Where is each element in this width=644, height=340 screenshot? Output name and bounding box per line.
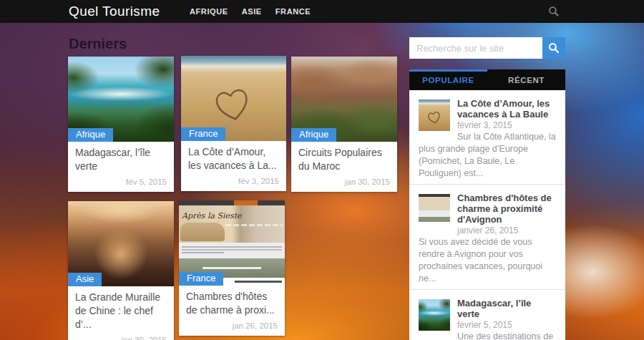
guesthouse-website-thumb[interactable] xyxy=(419,194,450,225)
article-card[interactable]: Asie La Grande Muraille de Chine : le ch… xyxy=(68,201,174,340)
article-card[interactable]: Afrique Madagascar, l’île verte fév 5, 2… xyxy=(68,57,174,192)
madagascar-coast-photo: Afrique xyxy=(68,57,174,142)
card-date: jan 30, 2015 xyxy=(75,336,167,340)
sand-heart-drawing xyxy=(423,107,445,126)
section-heading: Derniers xyxy=(69,36,127,52)
category-badge[interactable]: Afrique xyxy=(291,128,336,142)
category-badge[interactable]: France xyxy=(179,272,223,286)
popular-posts-panel: La Côte d’Amour, les vacances à La Baule… xyxy=(409,90,565,340)
card-body: La Grande Muraille de Chine : le chef d’… xyxy=(68,286,174,340)
screenshot-logo: Après la Sieste xyxy=(182,211,242,220)
post-excerpt: Si vous avez décidé de vous rendre à Avi… xyxy=(419,236,556,285)
card-title[interactable]: Madagascar, l’île verte xyxy=(75,146,167,173)
sidebar-search xyxy=(409,37,565,59)
card-date: jan 26, 2015 xyxy=(186,321,278,330)
great-wall-photo: Asie xyxy=(68,201,174,286)
nav-item-france[interactable]: FRANCE xyxy=(275,0,311,23)
card-title[interactable]: Circuits Populaires du Maroc xyxy=(298,146,390,173)
post-date: janvier 26, 2015 xyxy=(419,225,556,236)
search-icon[interactable] xyxy=(548,6,560,17)
card-title[interactable]: Chambres d'hôtes de charme à proxi... xyxy=(186,290,278,317)
card-body: Madagascar, l’île verte fév 5, 2015 xyxy=(68,142,174,192)
post-excerpt: Sur la Côte Atlantique, la plus grande p… xyxy=(419,131,556,180)
screenshot-topbar xyxy=(179,200,285,205)
screenshot-sofa xyxy=(180,223,225,241)
card-body: La Côte d’Amour, les vacances à La... fé… xyxy=(181,141,286,191)
screenshot-hero: Après la Sieste xyxy=(179,205,285,243)
card-title[interactable]: La Grande Muraille de Chine : le chef d’… xyxy=(75,291,167,331)
nav-item-asie[interactable]: ASIE xyxy=(242,0,262,23)
article-card[interactable]: France La Côte d’Amour, les vacances à L… xyxy=(181,56,286,191)
morocco-valley-photo: Afrique xyxy=(291,57,397,142)
site-logo[interactable]: Quel Tourisme xyxy=(69,0,160,23)
top-navigation-bar: Quel Tourisme AFRIQUE ASIE FRANCE xyxy=(0,0,644,23)
card-date: jan 30, 2015 xyxy=(298,178,390,186)
search-button[interactable] xyxy=(542,37,565,59)
madagascar-coast-thumb[interactable] xyxy=(419,299,450,331)
nav-item-afrique[interactable]: AFRIQUE xyxy=(190,0,228,23)
category-badge[interactable]: Asie xyxy=(68,273,102,286)
heart-in-sand-photo: France xyxy=(181,56,286,141)
screenshot-nav xyxy=(225,224,283,226)
screenshot-phone-numbers xyxy=(235,281,282,283)
popular-post[interactable]: La Côte d’Amour, les vacances à La Baule… xyxy=(409,90,565,185)
tab-populaire[interactable]: POPULAIRE xyxy=(409,69,487,90)
screenshot-text-block xyxy=(179,243,285,258)
page-background: Quel Tourisme AFRIQUE ASIE FRANCE Dernie… xyxy=(0,0,644,340)
article-card[interactable]: Après la Sieste France Chambres d'hôtes … xyxy=(179,200,285,336)
card-date: fév 5, 2015 xyxy=(75,178,167,186)
main-nav: AFRIQUE ASIE FRANCE xyxy=(190,0,324,23)
heart-in-sand-thumb[interactable] xyxy=(419,99,450,131)
popular-post[interactable]: Chambres d'hôtes de charme à proximité d… xyxy=(409,185,565,290)
tab-recent[interactable]: RÉCENT xyxy=(487,69,565,90)
magnifier-icon xyxy=(547,42,560,54)
card-date: fév 3, 2015 xyxy=(188,177,279,185)
card-body: Circuits Populaires du Maroc jan 30, 201… xyxy=(291,142,397,192)
post-excerpt: Une des destinations de rêve que l'on va… xyxy=(419,331,556,340)
card-title[interactable]: La Côte d’Amour, les vacances à La... xyxy=(188,145,279,173)
card-body: Chambres d'hôtes de charme à proxi... ja… xyxy=(179,286,285,336)
popular-post[interactable]: Madagascar, l’île verte février 5, 2015 … xyxy=(409,290,565,340)
category-badge[interactable]: Afrique xyxy=(68,128,113,142)
sand-heart-drawing xyxy=(197,77,269,130)
sidebar-tabs: POPULAIRE RÉCENT xyxy=(409,69,565,90)
article-card[interactable]: Afrique Circuits Populaires du Maroc jan… xyxy=(291,57,397,192)
guesthouse-website-screenshot: Après la Sieste France xyxy=(179,200,285,286)
category-badge[interactable]: France xyxy=(181,127,225,141)
search-input[interactable] xyxy=(409,37,542,59)
